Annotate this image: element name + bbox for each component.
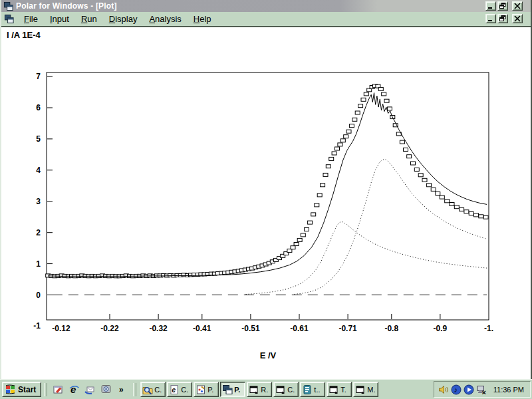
paint-doc-icon — [196, 384, 206, 395]
svg-text:e: e — [70, 384, 76, 395]
y-tick-label: 3 — [36, 197, 41, 206]
y-tick-label: 1 — [36, 259, 41, 269]
media-viewer-icon[interactable] — [100, 384, 112, 395]
ie-page-icon: e — [169, 384, 180, 395]
title-bar: Polar for Windows - [Plot] — [1, 0, 531, 12]
restore-button[interactable] — [497, 1, 508, 11]
start-button[interactable]: Start — [2, 382, 41, 397]
show-desktop-icon[interactable] — [53, 384, 64, 395]
media-play-icon[interactable] — [464, 384, 474, 395]
x-axis-title: E /V — [260, 350, 277, 360]
menu-item-help[interactable]: Help — [188, 13, 217, 26]
teal-doc-icon — [302, 384, 313, 395]
app-icon[interactable] — [3, 1, 13, 11]
series-fitted-curve — [48, 93, 487, 277]
taskbar-grip[interactable] — [44, 383, 47, 396]
task-button-3[interactable]: P. — [194, 382, 219, 397]
task-button-label: P. — [207, 386, 213, 394]
window-controls — [485, 1, 523, 11]
x-tick-label: -0.12 — [52, 324, 70, 333]
start-label: Start — [18, 385, 36, 394]
y-axis-title: I /A 1E-4 — [7, 30, 41, 40]
internet-explorer-icon[interactable]: e — [68, 384, 80, 395]
y-tick-label: 2 — [36, 228, 41, 237]
task-button-6[interactable]: C. — [273, 382, 299, 397]
task-button-label: C. — [287, 386, 295, 394]
menu-item-display[interactable]: Display — [103, 13, 144, 26]
x-tick-label: -0.51 — [241, 324, 260, 333]
task-button-8[interactable]: T. — [327, 382, 352, 397]
plot-box — [47, 72, 489, 320]
plot-client-area: I /A 1E-476543210-1-0.12-0.22-0.32-0.41-… — [1, 27, 531, 380]
task-button-label: P. — [234, 386, 240, 394]
series-component-peak-2 — [295, 159, 487, 294]
overflow-chevron-icon[interactable]: » — [116, 384, 128, 395]
menu-item-run[interactable]: Run — [75, 13, 103, 26]
app-window: Polar for Windows - [Plot] FileInputRunD… — [0, 0, 532, 379]
menu-bar: FileInputRunDisplayAnalysisHelp — [1, 12, 531, 27]
close-button[interactable] — [512, 1, 523, 11]
network-offline-icon[interactable]: × — [476, 384, 487, 395]
window-title: Polar for Windows - [Plot] — [16, 1, 117, 11]
windows-logo-icon — [5, 384, 16, 395]
menu-item-analysis[interactable]: Analysis — [143, 13, 187, 26]
menu-item-file[interactable]: File — [18, 13, 44, 26]
task-button-label: t.. — [314, 386, 320, 394]
x-tick-label: -0.9 — [434, 324, 448, 333]
task-button-label: R. — [261, 386, 268, 394]
system-tray: ♪× 11:36 PM — [434, 381, 531, 398]
task-button-5[interactable]: R. — [247, 382, 272, 397]
mdi-minimize-button[interactable] — [485, 14, 496, 23]
desktop: Polar for Windows - [Plot] FileInputRunD… — [0, 0, 532, 399]
svg-text:♪: ♪ — [454, 386, 458, 394]
x-tick-label: -0.32 — [149, 324, 168, 333]
mdi-close-button[interactable] — [512, 14, 523, 23]
minimize-button[interactable] — [485, 1, 496, 11]
mdi-window-controls — [485, 14, 523, 23]
x-tick-label: -0.61 — [290, 324, 309, 333]
media-note-icon[interactable]: ♪ — [451, 384, 462, 395]
series-experimental-points — [46, 84, 488, 278]
menu-item-input[interactable]: Input — [44, 13, 75, 26]
task-button-strip: C.eC.P.P.R.C.t..T.M. — [140, 382, 378, 397]
task-button-label: C. — [154, 386, 162, 394]
y-tick-label: -1 — [33, 321, 41, 331]
y-tick-label: 7 — [36, 72, 41, 81]
task-button-label: T. — [340, 386, 346, 394]
task-button-9[interactable]: M. — [353, 382, 378, 397]
x-tick-label: -0.22 — [100, 324, 119, 333]
svg-text:×: × — [481, 388, 485, 395]
outlook-express-icon[interactable] — [84, 384, 96, 395]
task-button-4[interactable]: P. — [220, 382, 245, 397]
document-window-icon — [355, 384, 366, 395]
tray-icons: ♪× — [438, 384, 489, 395]
y-tick-label: 0 — [36, 291, 41, 300]
task-button-label: C. — [181, 386, 188, 394]
document-window-icon — [275, 384, 286, 395]
document-window-icon[interactable] — [4, 14, 14, 24]
x-tick-label: -0.71 — [338, 324, 357, 333]
x-tick-label: -0.41 — [193, 324, 211, 333]
plot-area: I /A 1E-476543210-1-0.12-0.22-0.32-0.41-… — [1, 27, 531, 378]
document-window-icon — [249, 384, 259, 395]
y-tick-label: 6 — [36, 103, 41, 112]
quick-launch-bar: e» — [50, 384, 130, 395]
task-button-label: M. — [367, 386, 375, 394]
polar-window-icon — [222, 384, 233, 395]
x-tick-label: -0.8 — [384, 324, 398, 333]
document-window-icon — [329, 384, 339, 395]
task-button-1[interactable]: C. — [140, 382, 166, 397]
svg-text:»: » — [119, 385, 124, 394]
search-folder-icon — [142, 384, 153, 395]
y-tick-label: 5 — [36, 134, 41, 144]
svg-text:e: e — [172, 386, 176, 394]
taskbar-clock[interactable]: 11:36 PM — [493, 386, 524, 394]
taskbar-grip[interactable] — [133, 383, 136, 396]
task-button-7[interactable]: t.. — [300, 382, 325, 397]
volume-icon[interactable] — [438, 384, 449, 395]
mdi-restore-button[interactable] — [497, 14, 508, 23]
y-tick-label: 4 — [36, 166, 41, 175]
x-tick-label: -1. — [484, 324, 493, 333]
taskbar: Start e» C.eC.P.P.R.C.t..T.M. ♪× 11:36 P… — [0, 379, 532, 399]
task-button-2[interactable]: eC. — [167, 382, 192, 397]
